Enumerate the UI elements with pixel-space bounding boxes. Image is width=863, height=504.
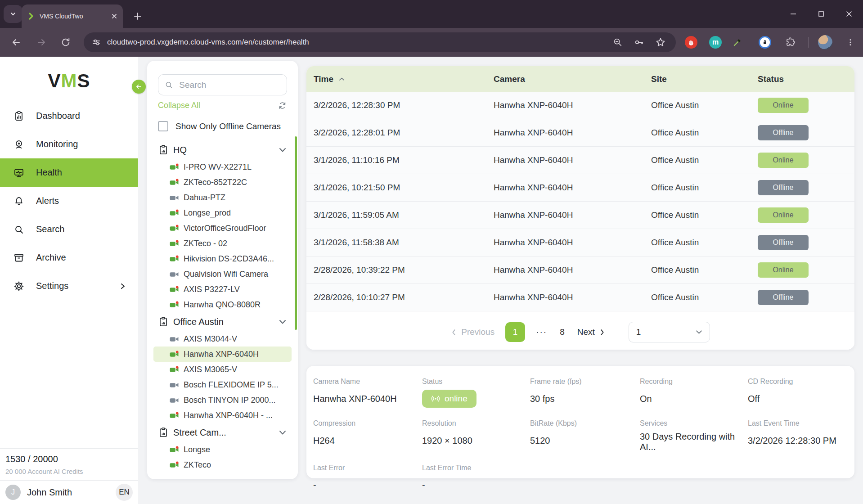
tree-camera-item[interactable]: ZKTeco-852T22C (153, 175, 292, 190)
zoom-icon[interactable] (613, 37, 623, 47)
table-row[interactable]: 2/28/2026, 10:10:27 PM Hanwha XNP-6040H … (306, 284, 854, 311)
lock-extension-icon[interactable] (759, 36, 771, 49)
panel-collapse-button[interactable] (132, 80, 146, 94)
table-row[interactable]: 3/2/2026, 12:28:30 PM Hanwha XNP-6040H O… (306, 92, 854, 119)
tree-group-label: Office Austin (173, 317, 224, 327)
tree-camera-item[interactable]: AXIS M3065-V (153, 362, 292, 377)
sidebar-item-settings[interactable]: Settings (0, 272, 138, 300)
tree-search[interactable] (158, 74, 287, 95)
browser-profile-avatar[interactable] (818, 35, 832, 50)
language-selector[interactable]: EN (116, 484, 133, 501)
page-1-button[interactable]: 1 (505, 322, 525, 342)
gear-icon (13, 281, 24, 292)
status-badge: Online (758, 153, 809, 168)
detail-field: Compression H264 (313, 419, 422, 452)
tree-group[interactable]: Street Cam... (153, 423, 292, 442)
url-bar[interactable]: cloudtwo-prod.vxgdemo.cloud-vms.com/en/c… (84, 32, 676, 52)
detail-field-label: CD Recording (748, 378, 850, 386)
close-button[interactable] (835, 0, 863, 28)
forward-button[interactable] (33, 37, 49, 48)
tree-camera-item[interactable]: AXIS P3227-LV (153, 282, 292, 297)
m-extension-icon[interactable]: m (709, 36, 722, 49)
reload-button[interactable] (58, 37, 74, 47)
table-row[interactable]: 3/1/2026, 11:58:38 AM Hanwha XNP-6040H O… (306, 229, 854, 256)
tree-camera-label: ZKTeco-852T22C (184, 178, 247, 187)
table-row[interactable]: 3/2/2026, 12:28:01 PM Hanwha XNP-6040H O… (306, 119, 854, 147)
tree-camera-label: Hanwha XNP-6040H - ... (184, 411, 273, 420)
offline-filter[interactable]: Show Only Offline Cameras (158, 121, 287, 131)
page-ellipsis[interactable]: ··· (536, 327, 547, 337)
collapse-all-link[interactable]: Collapse All (158, 101, 200, 110)
page-select[interactable]: 1 (629, 322, 710, 342)
detail-field: Last Event Time 3/2/2026 12:28:30 PM (748, 419, 850, 452)
back-button[interactable] (8, 37, 24, 48)
refresh-icon[interactable] (278, 101, 287, 110)
user-name: John Smith (27, 487, 72, 498)
tree-camera-item[interactable]: Longse (153, 442, 292, 457)
sidebar-item-alerts[interactable]: Alerts (0, 187, 138, 215)
user-row[interactable]: J John Smith EN (0, 480, 138, 504)
cell-camera: Hanwha XNP-6040H (494, 210, 651, 220)
browser-tab[interactable]: VMS CloudTwo (22, 4, 123, 28)
eyedropper-extension-icon[interactable] (731, 37, 744, 48)
page-8-button[interactable]: 8 (558, 327, 566, 337)
tab-close-icon[interactable] (111, 13, 117, 19)
user-avatar[interactable]: J (5, 485, 21, 500)
table-row[interactable]: 3/1/2026, 11:59:05 AM Hanwha XNP-6040H O… (306, 202, 854, 229)
sidebar-item-dashboard[interactable]: Dashboard (0, 102, 138, 130)
sidebar-item-health[interactable]: Health (0, 158, 138, 187)
tree-camera-item[interactable]: Qualvision Wifi Camera (153, 266, 292, 282)
tree-camera-label: Hanwha QNO-8080R (184, 300, 261, 310)
detail-field-label: Services (640, 419, 748, 428)
tree-camera-item[interactable]: Bosch TINYON IP 2000... (153, 392, 292, 408)
detail-field-label: Resolution (422, 419, 530, 428)
sort-asc-icon[interactable] (339, 77, 345, 81)
tree-camera-item[interactable]: Hikvision DS-2CD3A46... (153, 251, 292, 266)
maximize-button[interactable] (807, 0, 835, 28)
tree-camera-item[interactable]: Hanwha XNP-6040H - ... (153, 408, 292, 423)
minimize-button[interactable] (779, 0, 807, 28)
tree-camera-item[interactable]: ZKTeco (153, 457, 292, 472)
column-time[interactable]: Time (314, 74, 494, 84)
table-row[interactable]: 3/1/2026, 11:10:16 PM Hanwha XNP-6040H O… (306, 147, 854, 174)
sidebar-item-search[interactable]: Search (0, 215, 138, 243)
chevron-down-icon[interactable] (279, 148, 286, 153)
chevron-down-icon[interactable] (279, 430, 286, 435)
tree-camera-item[interactable]: AXIS M3044-V (153, 331, 292, 346)
next-page-button[interactable]: Next (577, 327, 605, 337)
site-settings-icon[interactable] (92, 38, 101, 47)
tree-camera-item[interactable]: Hanwha QNO-8080R (153, 297, 292, 312)
column-status[interactable]: Status (758, 74, 854, 84)
tree-camera-item[interactable]: VictorOfficeGroudFloor (153, 220, 292, 236)
bookmark-star-icon[interactable] (655, 37, 666, 48)
password-key-icon[interactable] (634, 37, 644, 48)
extensions-puzzle-icon[interactable] (784, 37, 797, 48)
column-camera[interactable]: Camera (494, 74, 651, 84)
tree-camera-item[interactable]: Hanwha XNP-6040H (153, 346, 292, 362)
sidebar-item-archive[interactable]: Archive (0, 243, 138, 272)
table-row[interactable]: 2/28/2026, 10:39:22 PM Hanwha XNP-6040H … (306, 256, 854, 284)
table-row[interactable]: 3/1/2026, 10:21:50 PM Hanwha XNP-6040H O… (306, 174, 854, 202)
previous-page-button[interactable]: Previous (451, 327, 494, 337)
search-input[interactable] (178, 80, 280, 90)
tree-scrollbar[interactable] (295, 136, 297, 330)
new-tab-button[interactable] (130, 8, 146, 24)
tree-camera-item[interactable]: Dahua-PTZ (153, 190, 292, 205)
tab-search-button[interactable] (4, 5, 22, 23)
chevron-down-icon[interactable] (279, 320, 286, 324)
tree-group[interactable]: HQ (153, 140, 292, 159)
tree-camera-item[interactable]: ZKTeco - 02 (153, 236, 292, 251)
ai-credits-count: 1530 / 20000 (5, 454, 133, 464)
offline-filter-checkbox[interactable] (158, 121, 168, 131)
column-site[interactable]: Site (651, 74, 758, 84)
tree-camera-item[interactable]: I-PRO WV-X2271L (153, 159, 292, 175)
adblock-extension-icon[interactable] (685, 36, 697, 49)
tree-group[interactable]: Office Austin (153, 312, 292, 331)
browser-menu-icon[interactable] (845, 38, 856, 46)
cell-camera: Hanwha XNP-6040H (494, 128, 651, 138)
sidebar-item-monitoring[interactable]: Monitoring (0, 130, 138, 158)
tree-camera-item[interactable]: Bosch FLEXIDOME IP 5... (153, 377, 292, 392)
detail-field-label: Camera Name (313, 378, 422, 386)
tree-camera-item[interactable]: Longse_prod (153, 205, 292, 220)
url-text[interactable]: cloudtwo-prod.vxgdemo.cloud-vms.com/en/c… (107, 38, 607, 47)
